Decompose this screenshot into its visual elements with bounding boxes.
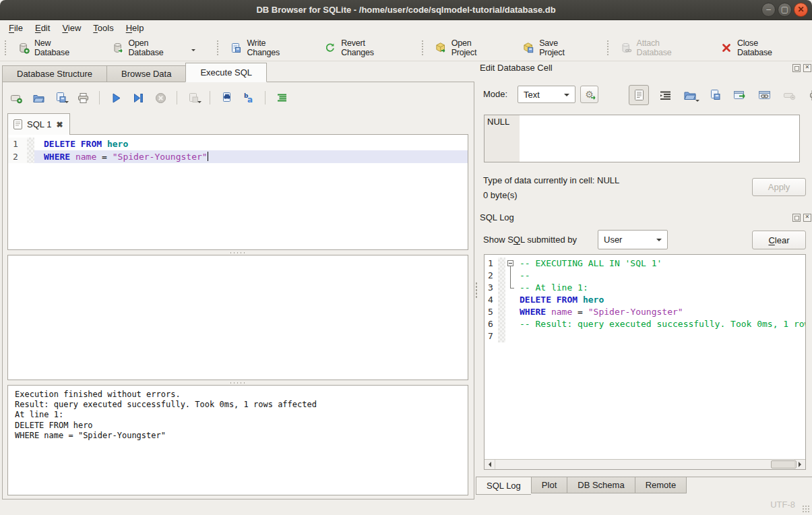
close-icon[interactable]: ✕ — [794, 3, 808, 17]
apply-label: Apply — [768, 182, 790, 192]
revert-changes-icon — [324, 42, 336, 54]
execute-line-icon[interactable] — [130, 90, 146, 106]
save-sql-dropdown-icon[interactable] — [65, 101, 69, 105]
write-changes-button[interactable]: Write Changes — [223, 36, 307, 60]
toolbar-grip — [606, 40, 610, 56]
log-line: 4DELETE FROM hero — [485, 294, 805, 306]
mode-select[interactable]: Text — [518, 86, 575, 103]
vertical-splitter[interactable] — [474, 82, 478, 499]
replace-icon[interactable]: ba — [241, 90, 257, 106]
menu-edit[interactable]: Edit — [29, 22, 56, 34]
sql-editor[interactable]: 1DELETE FROM hero2WHERE name = "Spider-Y… — [7, 134, 468, 250]
import-cell-data-icon[interactable] — [681, 86, 699, 104]
save-results-icon[interactable] — [185, 90, 201, 106]
editor-line: 1DELETE FROM hero — [8, 138, 468, 150]
main-tab-bar: Database Structure Browse Data Execute S… — [2, 63, 267, 82]
print-icon[interactable] — [75, 90, 91, 106]
resize-grip-icon[interactable] — [802, 505, 811, 514]
sql-log-title: SQL Log — [480, 212, 514, 222]
open-database-dropdown-icon[interactable] — [191, 49, 195, 53]
dock-tab-remote[interactable]: Remote — [635, 477, 687, 493]
save-results-dropdown-icon[interactable] — [197, 101, 201, 105]
revert-changes-button[interactable]: Revert Changes — [317, 36, 406, 60]
menu-tools[interactable]: Tools — [87, 22, 119, 34]
title-bar[interactable]: DB Browser for SQLite - /home/user/code/… — [0, 0, 812, 20]
splitter-handle[interactable] — [7, 380, 468, 385]
open-project-button[interactable]: Open Project — [428, 36, 506, 60]
set-null-icon[interactable] — [781, 86, 799, 104]
copy-link-icon[interactable] — [756, 86, 774, 104]
export-cell-data-icon[interactable] — [706, 86, 724, 104]
text-cursor — [208, 152, 208, 161]
dock-tab-sql-log[interactable]: SQL Log — [476, 477, 531, 495]
menu-help[interactable]: Help — [120, 22, 150, 34]
print-cell-icon[interactable] — [806, 86, 812, 104]
tab-database-structure[interactable]: Database Structure — [2, 65, 106, 82]
tab-execute-sql[interactable]: Execute SQL — [185, 63, 267, 82]
sql-editor-tab[interactable]: SQL 1 ✖ — [7, 113, 70, 135]
scroll-right-icon[interactable] — [794, 460, 805, 469]
menu-view[interactable]: View — [56, 22, 87, 34]
mode-value: Text — [524, 90, 540, 100]
minimize-icon[interactable]: – — [761, 3, 776, 17]
code-line-text: DELETE FROM hero — [517, 294, 805, 306]
open-database-button[interactable]: Open Database — [105, 36, 203, 60]
open-project-label: Open Project — [451, 38, 499, 57]
code-line-text: -- EXECUTING ALL IN 'SQL 1' — [517, 258, 805, 270]
line-number: 6 — [485, 318, 498, 330]
log-filter-select[interactable]: User — [598, 230, 668, 249]
import-dropdown-icon[interactable] — [695, 100, 699, 104]
log-line: 1-- EXECUTING ALL IN 'SQL 1' — [485, 258, 805, 270]
close-database-button[interactable]: Close Database — [714, 36, 802, 60]
results-grid — [7, 255, 468, 380]
maximize-icon[interactable]: ▢ — [778, 3, 792, 17]
save-sql-file-icon[interactable] — [53, 90, 69, 106]
log-horizontal-scrollbar[interactable] — [485, 459, 805, 469]
float-panel-icon[interactable] — [792, 214, 801, 222]
format-sql-icon[interactable] — [274, 90, 290, 106]
scrollbar-thumb[interactable] — [771, 460, 797, 468]
cell-value-editor[interactable]: NULL — [484, 115, 800, 162]
log-filter-label: Show SQL submitted by — [483, 235, 577, 245]
fold-margin — [505, 318, 517, 330]
gutter-hatch — [27, 150, 34, 163]
scroll-left-icon[interactable] — [485, 460, 495, 469]
database-attach-icon — [620, 42, 632, 54]
text-mode-icon[interactable] — [629, 85, 649, 105]
execution-message-pane[interactable]: Execution finished without errors. Resul… — [7, 385, 468, 495]
word-wrap-icon[interactable] — [656, 86, 674, 104]
sql-log-view[interactable]: 1-- EXECUTING ALL IN 'SQL 1'2--3-- At li… — [484, 254, 806, 470]
close-panel-icon[interactable] — [803, 214, 811, 222]
execute-sql-page: ba SQL 1 ✖ 1DELETE FROM hero2WHERE name … — [2, 82, 474, 499]
find-icon[interactable] — [218, 90, 235, 106]
import-settings-button[interactable]: ⚙ — [580, 86, 598, 103]
code-line-text: -- Result: query executed successfully. … — [517, 318, 806, 330]
sql-editor-toolbar: ba — [8, 88, 290, 107]
project-open-icon — [435, 42, 447, 54]
menu-bar: File Edit View Tools Help — [0, 20, 812, 35]
save-project-button[interactable]: Save Project — [516, 36, 592, 60]
log-filter-value: User — [604, 235, 622, 245]
database-new-icon — [18, 42, 30, 54]
float-panel-icon[interactable] — [792, 64, 801, 72]
stop-icon[interactable] — [152, 90, 168, 106]
close-sql-tab-icon[interactable]: ✖ — [56, 120, 63, 129]
gutter-hatch — [498, 270, 505, 282]
dock-tab-plot[interactable]: Plot — [531, 477, 567, 493]
fold-collapse-icon[interactable] — [505, 258, 517, 270]
menu-file[interactable]: File — [3, 22, 29, 34]
dock-tab-db-schema[interactable]: DB Schema — [567, 477, 634, 493]
clear-log-button[interactable]: Clear — [752, 231, 806, 249]
gutter-hatch — [498, 330, 505, 342]
open-sql-tab-icon[interactable] — [8, 90, 24, 106]
apply-button[interactable]: Apply — [752, 178, 806, 196]
execute-all-icon[interactable] — [108, 90, 124, 106]
attach-database-button[interactable]: Attach Database — [613, 36, 704, 60]
log-line: 2-- — [485, 270, 805, 282]
new-database-button[interactable]: New Database — [11, 36, 95, 60]
open-sql-file-icon[interactable] — [30, 90, 46, 106]
tab-browse-data[interactable]: Browse Data — [106, 65, 185, 82]
splitter-handle[interactable] — [7, 250, 468, 255]
close-panel-icon[interactable] — [803, 64, 811, 72]
open-in-external-app-icon[interactable] — [731, 86, 749, 104]
